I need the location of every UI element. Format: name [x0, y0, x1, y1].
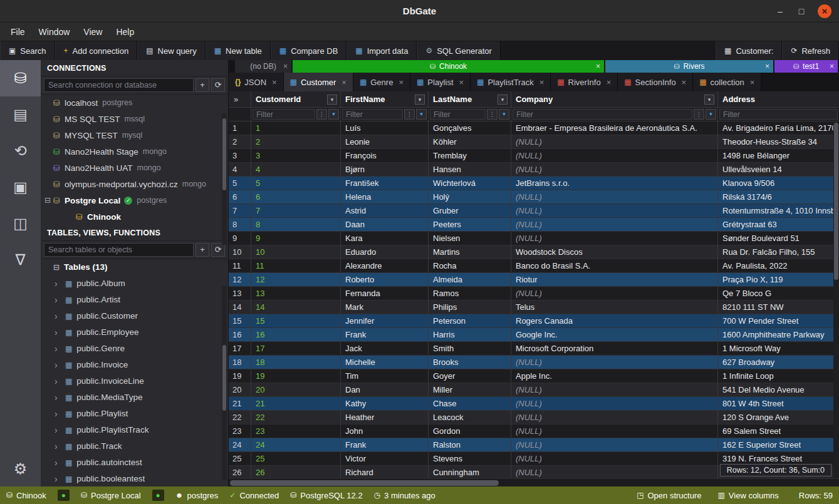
- cell-customerid[interactable]: 26: [251, 466, 341, 478]
- cell-firstname[interactable]: Heather: [341, 411, 429, 424]
- filter-menu-button[interactable]: ⋮: [487, 109, 498, 120]
- dbtab-test1[interactable]: ⛁ test1 ×: [774, 60, 838, 73]
- connections-scrollbar[interactable]: [222, 113, 227, 245]
- rows-count[interactable]: Rows: 59: [795, 491, 833, 500]
- tab-collection[interactable]: ▦ collection ×: [693, 73, 761, 91]
- table-row[interactable]: 10 10 Eduardo Martins Woodstock Discos R…: [229, 245, 839, 259]
- cell-company[interactable]: (NULL): [511, 163, 718, 176]
- cell-customerid[interactable]: 9: [251, 232, 341, 245]
- cell-firstname[interactable]: Victor: [341, 452, 429, 465]
- cell-customerid[interactable]: 14: [251, 301, 341, 314]
- view-columns-button[interactable]: ▥ View columns: [717, 491, 778, 500]
- column-dropdown-icon[interactable]: ▾: [327, 95, 337, 105]
- chevron-right-icon[interactable]: ›: [55, 295, 63, 305]
- filter-input[interactable]: [430, 109, 486, 120]
- cell-lastname[interactable]: Peterson: [429, 314, 511, 327]
- chevron-right-icon[interactable]: ›: [55, 311, 63, 321]
- connection-item[interactable]: ⛁ olympus-medportal.vychozi.cz ✓ mongo: [41, 176, 228, 192]
- table-row[interactable]: 6 6 Helena Holý (NULL) Rilská 3174/6: [229, 190, 839, 204]
- new-query-button[interactable]: ▤ New query: [137, 41, 205, 60]
- row-number[interactable]: 1: [229, 121, 251, 135]
- close-tab-icon[interactable]: ×: [539, 78, 545, 87]
- close-tab-icon[interactable]: ×: [607, 78, 612, 87]
- cell-lastname[interactable]: Chase: [429, 397, 511, 410]
- cell-company[interactable]: (NULL): [511, 438, 718, 451]
- column-header[interactable]: FirstName ▾: [341, 91, 429, 107]
- table-row[interactable]: 1 1 Luís Gonçalves Embraer - Empresa Bra…: [229, 121, 839, 135]
- cell-firstname[interactable]: Michelle: [341, 356, 429, 369]
- cell-company[interactable]: Rogers Canada: [511, 314, 718, 327]
- close-tab-icon[interactable]: ×: [459, 78, 464, 87]
- dbtab-rivers[interactable]: ⛁ Rivers ×: [605, 60, 773, 73]
- cell-address[interactable]: Grétrystraat 63: [718, 218, 839, 231]
- archive-icon[interactable]: ▣: [0, 169, 41, 205]
- cell-firstname[interactable]: Richard: [341, 466, 429, 478]
- cell-address[interactable]: Av. Brigadeiro Faria Lima, 2170: [718, 121, 839, 135]
- cell-customerid[interactable]: 17: [251, 342, 341, 355]
- open-structure-button[interactable]: ◳ Open structure: [637, 491, 701, 500]
- cell-lastname[interactable]: Ramos: [429, 287, 511, 300]
- chevron-right-icon[interactable]: ›: [55, 344, 63, 354]
- cell-address[interactable]: 541 Del Medio Avenue: [718, 383, 839, 396]
- cell-address[interactable]: 801 W 4th Street: [718, 397, 839, 410]
- sql-generator-button[interactable]: ⚙ SQL Generator: [417, 41, 500, 60]
- cell-firstname[interactable]: Eduardo: [341, 245, 429, 259]
- table-row[interactable]: 3 3 François Tremblay (NULL) 1498 rue Bé…: [229, 149, 839, 163]
- cell-firstname[interactable]: Kathy: [341, 397, 429, 410]
- cell-customerid[interactable]: 13: [251, 287, 341, 300]
- row-number[interactable]: 14: [229, 301, 251, 314]
- close-tab-icon[interactable]: ×: [341, 78, 347, 87]
- scrollbar-thumb[interactable]: [834, 123, 838, 280]
- chevron-right-icon[interactable]: ›: [55, 458, 63, 468]
- settings-gear-icon[interactable]: ⚙: [0, 451, 41, 486]
- cell-firstname[interactable]: František: [341, 177, 429, 190]
- chevron-right-icon[interactable]: ›: [55, 425, 63, 435]
- cell-firstname[interactable]: Mark: [341, 301, 429, 314]
- cell-firstname[interactable]: Roberto: [341, 273, 429, 286]
- row-number[interactable]: 19: [229, 369, 251, 383]
- row-number[interactable]: 11: [229, 259, 251, 272]
- cell-lastname[interactable]: Gonçalves: [429, 121, 511, 135]
- statusbar-conn-status-dot[interactable]: ●: [152, 490, 164, 501]
- row-number[interactable]: 18: [229, 356, 251, 369]
- cell-company[interactable]: JetBrains s.r.o.: [511, 177, 718, 190]
- table-row[interactable]: 24 24 Frank Ralston (NULL) 162 E Superio…: [229, 438, 839, 452]
- cell-company[interactable]: Google Inc.: [511, 328, 718, 341]
- cell-customerid[interactable]: 25: [251, 452, 341, 465]
- cell-customerid[interactable]: 20: [251, 383, 341, 396]
- cell-lastname[interactable]: Leacock: [429, 411, 511, 424]
- cell-customerid[interactable]: 6: [251, 190, 341, 203]
- row-number[interactable]: 22: [229, 411, 251, 424]
- close-tab-icon[interactable]: ×: [750, 78, 755, 87]
- cell-firstname[interactable]: John: [341, 424, 429, 438]
- cell-company[interactable]: (NULL): [511, 356, 718, 369]
- table-row[interactable]: 16 16 Frank Harris Google Inc. 1600 Amph…: [229, 328, 839, 342]
- chevron-right-icon[interactable]: ›: [55, 327, 63, 337]
- menu-item[interactable]: Window: [32, 23, 77, 41]
- table-row[interactable]: 12 12 Roberto Almeida Riotur Praça Pio X…: [229, 273, 839, 287]
- cell-firstname[interactable]: Daan: [341, 218, 429, 231]
- minimize-button[interactable]: –: [775, 6, 785, 16]
- filter-input[interactable]: [253, 109, 315, 120]
- cell-address[interactable]: Sønder Boulevard 51: [718, 232, 839, 245]
- tables-refresh-button[interactable]: ⟳: [211, 243, 225, 257]
- cell-address[interactable]: 1 Infinite Loop: [718, 369, 839, 383]
- column-header[interactable]: Address ▾: [718, 91, 839, 107]
- new-table-button[interactable]: ▦ New table: [206, 41, 271, 60]
- cell-address[interactable]: Ullevålsveien 14: [718, 163, 839, 176]
- row-number[interactable]: 8: [229, 218, 251, 231]
- table-item[interactable]: › ▦ public.PlaylistTrack: [41, 422, 228, 438]
- table-item[interactable]: › ▦ public.Track: [41, 438, 228, 455]
- row-number[interactable]: 17: [229, 342, 251, 355]
- chevron-right-icon[interactable]: ›: [55, 441, 63, 451]
- filter-funnel-button[interactable]: ▼: [416, 109, 427, 120]
- cell-lastname[interactable]: Smith: [429, 342, 511, 355]
- cell-company[interactable]: (NULL): [511, 466, 718, 478]
- close-tab-icon[interactable]: ×: [272, 78, 277, 87]
- cell-company[interactable]: (NULL): [511, 190, 718, 203]
- cell-customerid[interactable]: 22: [251, 411, 341, 424]
- tab-genre[interactable]: ▦ Genre ×: [353, 73, 410, 91]
- cell-lastname[interactable]: Goyer: [429, 369, 511, 383]
- table-item[interactable]: › ▦ public.Employee: [41, 324, 228, 341]
- cell-address[interactable]: Rotenturmstraße 4, 1010 Innsbruck: [718, 204, 839, 217]
